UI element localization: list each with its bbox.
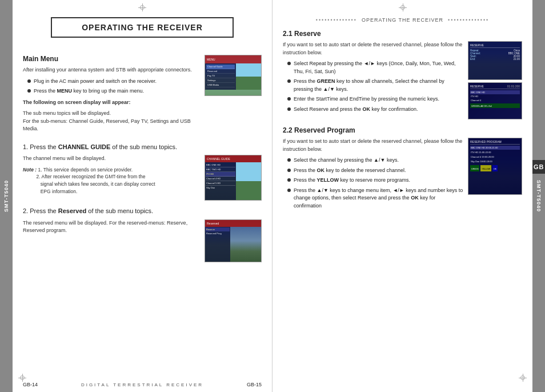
step1-heading: 1. Press the CHANNEL GUIDE of the sub me… [23,142,262,152]
reserve-intro: If you want to set to auto start or dele… [283,41,463,57]
step2-row: The reserved menu will be displayed. For… [23,219,262,262]
dots-left: •••••••••••••• [316,17,357,23]
reserved-program-image: RESERVED PROGRAM BBC ONE HD 20:00-21:00 … [468,138,522,195]
main-menu-title: Main Menu [23,55,200,63]
reserve-image-2: RESERVE 01:01:200 BBC ONE HD ITV HD Chan… [468,82,522,119]
right-tab-label: SMT-T5040 [536,180,542,212]
bullet-text: Plug in the AC main power and switch on … [34,78,157,86]
page-title: OPERATING THE RECEIVER [82,23,203,32]
bullet-item: Select Reserve and press the OK key for … [287,106,463,114]
step1-row: The channel menu will be displayed. Note… [23,155,262,201]
bullet-dot [27,89,31,93]
bullet-text: Press the MENU key to bring up the main … [34,87,144,95]
bullet-text: Enter the StartTime and EndTime by press… [294,95,439,103]
right-header: •••••••••••••• OPERATING THE RECEIVER ••… [283,17,522,23]
step2-subtext: The reserved menu will be displayed. For… [23,219,200,235]
reserved-program-intro: If you want to set to auto start or dele… [283,138,463,153]
footer-left: GB-14 DIGITAL TERRESTRIAL RECEIVER GB-15 [23,382,262,387]
reserved-program-section: 2.2 Reserved Program If you want to set … [283,126,522,213]
bullet-item: Enter the StartTime and EndTime by press… [287,95,463,103]
step2-heading: 2. Press the Reserved of the sub menu to… [23,206,262,216]
bullet-item: Press the GREEN key to show all channels… [287,78,463,93]
reserve-section: 2.1 Reserve If you want to set to auto s… [283,30,522,119]
main-menu-section: Main Menu After installing your antenna … [23,55,262,137]
dots-right: •••••••••••••• [448,17,489,23]
step1-section: 1. Press the CHANNEL GUIDE of the sub me… [23,142,262,201]
step1-note: Note : 1. This service depends on servic… [23,166,200,195]
bullet-item: Press the ▲/▼ keys to change menu item, … [287,187,463,210]
main-menu-intro: After installing your antenna system and… [23,66,200,74]
crosshair-bottom-right [519,374,527,382]
footer-center: DIGITAL TERRESTRIAL RECEIVER [81,382,203,387]
step1-image: CHANNEL GUIDE BBC ONE HD BBC TWO HD ITV … [205,155,262,201]
bullet-text: Press the GREEN key to show all channels… [294,78,463,93]
bullet-text: Press the OK key to delete the reserved … [294,167,406,175]
step2-section: 2. Press the Reserved of the sub menu to… [23,206,262,262]
bullet-text: Press the YELLOW key to reserve more pro… [294,177,410,185]
left-side-tab: SMT-T5040 [0,0,13,392]
bold-note: The following on screen display will app… [23,99,200,107]
right-page: •••••••••••••• OPERATING THE RECEIVER ••… [272,0,532,392]
sub-note: The sub menu topics will be displayed.Fo… [23,110,200,133]
right-side-tab: SMT-T5040 [532,0,545,392]
crosshair-bottom-left [18,374,26,382]
bullet-item: Press the YELLOW key to reserve more pro… [287,177,463,185]
step1-subtext: The channel menu will be displayed. [23,155,200,163]
crosshair-top-right [399,3,407,11]
bullet-text: Select the channel by pressing the ▲/▼ k… [294,157,399,165]
bullet-item: Press the MENU key to bring up the main … [27,87,200,95]
main-menu-bullets: Plug in the AC main power and switch on … [27,78,200,95]
step2-image: Reserved Reserve Reserved Prog [205,219,262,262]
gb-badge: GB [532,160,545,174]
bullet-item: Select the channel by pressing the ▲/▼ k… [287,157,463,165]
page-num-right: GB-15 [247,382,262,387]
page-num-left: GB-14 [23,382,38,387]
bullet-item: Press the OK key to delete the reserved … [287,167,463,175]
main-menu-image: MENU Channel Guide Reserved Pay TV Setti… [205,55,262,96]
bullet-item: Select Repeat by pressing the ◄/► keys (… [287,60,463,75]
bullet-text: Select Reserve and press the OK key for … [294,106,418,114]
bullet-text: Select Repeat by pressing the ◄/► keys (… [294,60,463,75]
bullet-item: Plug in the AC main power and switch on … [27,78,200,86]
left-tab-label: SMT-T5040 [3,180,9,212]
crosshair-top [138,3,146,11]
reserve-title: 2.1 Reserve [283,30,522,38]
reserve-image-1: RESERVE Repeat: Once Channel: BBC ONE [468,41,522,80]
reserve-bullets: Select Repeat by pressing the ◄/► keys (… [287,60,463,113]
reserved-program-title: 2.2 Reserved Program [283,126,522,134]
left-page: OPERATING THE RECEIVER Main Menu After i… [13,0,272,392]
right-header-label: OPERATING THE RECEIVER [362,17,443,23]
bullet-dot [27,79,31,83]
bullet-text: Press the ▲/▼ keys to change menu item, … [294,187,463,210]
header-box: OPERATING THE RECEIVER [51,17,234,38]
reserved-program-bullets: Select the channel by pressing the ▲/▼ k… [287,157,463,210]
